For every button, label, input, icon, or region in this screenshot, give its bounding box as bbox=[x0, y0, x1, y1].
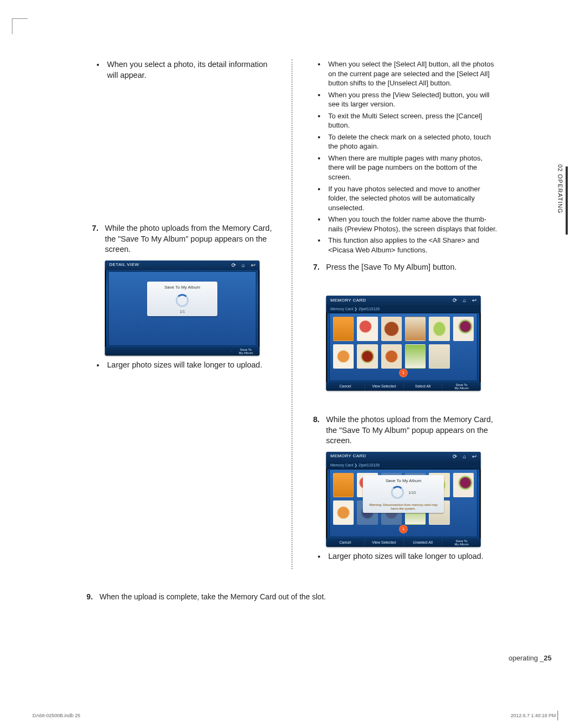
thumb-grid bbox=[333, 317, 474, 369]
print-footer-right: 2012.6.7 1:40:18 PM bbox=[510, 713, 556, 718]
photo-thumb bbox=[405, 317, 426, 341]
device-breadcrumb: Memory Card ❯ Zipel110128 bbox=[326, 305, 481, 313]
left-step7: 7. While the photo uploads from the Memo… bbox=[87, 223, 276, 255]
device-title: MEMORY CARD bbox=[330, 453, 366, 459]
select-all-button: Select All bbox=[404, 383, 443, 390]
footer-page-label: operating _25 bbox=[508, 654, 552, 662]
device-title-icons: ⟳ ⌂ ↩ bbox=[453, 453, 476, 460]
save-to-album-button: Save To My Album bbox=[442, 538, 481, 547]
device-body: Save To My Album 1/10 Warning: Disconnec… bbox=[329, 469, 477, 537]
left-bullets-2: Larger photo sizes will take longer to u… bbox=[87, 360, 276, 371]
crop-mark bbox=[12, 18, 28, 34]
cancel-button: Cancel bbox=[326, 383, 365, 390]
footer-label: operating _ bbox=[508, 654, 543, 662]
right-step7: 7. Press the [Save To My Album] button. bbox=[308, 262, 497, 273]
unselect-all-button: Unselect All bbox=[404, 539, 443, 546]
section-side-bar bbox=[566, 166, 568, 235]
step-text: While the photo uploads from the Memory … bbox=[105, 223, 276, 255]
save-popup: Save To My Album 1/10 Warning: Disconnec… bbox=[363, 475, 444, 513]
save-l2: My Album bbox=[232, 351, 260, 355]
column-divider bbox=[291, 59, 293, 569]
device-bottombar: Cancel View Selected Unselect All Save T… bbox=[326, 538, 481, 547]
popup-warning: Warning: Disconnection from memory card … bbox=[363, 503, 444, 510]
folder-thumb bbox=[333, 473, 354, 497]
list-item: 8. While the photos upload from the Memo… bbox=[308, 415, 497, 446]
bullet-item: To exit the Multi Select screen, press t… bbox=[326, 111, 497, 130]
save-to-album-button: Save To My Album bbox=[232, 347, 260, 356]
page-badge: 1 bbox=[399, 369, 408, 377]
save-to-album-button: Save To My Album bbox=[442, 382, 481, 391]
step-text: While the photos upload from the Memory … bbox=[326, 415, 497, 446]
save-l2: My Album bbox=[442, 386, 481, 390]
content-columns: When you select a photo, its detail info… bbox=[87, 59, 497, 569]
device-screenshot-memory-popup: MEMORY CARD ⟳ ⌂ ↩ Memory Card ❯ Zipel110… bbox=[326, 452, 481, 547]
spinner-icon bbox=[176, 294, 189, 307]
print-tick bbox=[558, 711, 558, 720]
device-titlebar: MEMORY CARD ⟳ ⌂ ↩ bbox=[326, 296, 481, 305]
device-title-icons: ⟳ ⌂ ↩ bbox=[453, 297, 476, 304]
bullet-item: If you have photos selected and move to … bbox=[326, 184, 497, 213]
photo-thumb bbox=[453, 317, 474, 341]
bullet-item: When you touch the folder name above the… bbox=[326, 215, 497, 233]
spinner-icon bbox=[391, 486, 404, 499]
left-bullets-1: When you select a photo, its detail info… bbox=[87, 59, 276, 81]
page-number: 25 bbox=[544, 654, 552, 662]
back-icon: ↩ bbox=[251, 262, 256, 269]
spacer bbox=[308, 278, 497, 291]
step-number: 7. bbox=[313, 262, 326, 273]
manual-page: 02 OPERATING When you select a photo, it… bbox=[0, 0, 584, 728]
spacer bbox=[87, 88, 276, 223]
right-bullets-top: When you select the [Select All] button,… bbox=[308, 59, 497, 255]
save-l2: My Album bbox=[442, 543, 481, 546]
left-column: When you select a photo, its detail info… bbox=[87, 59, 276, 569]
section-side-label: 02 OPERATING bbox=[557, 164, 563, 213]
right-column: When you select the [Select All] button,… bbox=[308, 59, 497, 569]
device-body: 1 bbox=[329, 313, 477, 381]
bullet-item: When you press the [View Selected] butto… bbox=[326, 90, 497, 109]
device-title: DETAIL VIEW bbox=[109, 262, 139, 268]
bullet-item: When you select the [Select All] button,… bbox=[326, 59, 497, 88]
view-selected-button: View Selected bbox=[365, 383, 404, 390]
print-footer-left: DA68-02500B.indb 25 bbox=[32, 713, 81, 718]
step-number: 9. bbox=[87, 592, 99, 601]
device-titlebar: DETAIL VIEW ⟳ ⌂ ↩ bbox=[105, 261, 260, 270]
step-text: When the upload is complete, take the Me… bbox=[99, 592, 326, 601]
photo-thumb bbox=[333, 500, 354, 525]
step-number: 8. bbox=[313, 415, 326, 446]
refresh-icon: ⟳ bbox=[453, 297, 457, 304]
bullet-item: This function also applies to the <All S… bbox=[326, 236, 497, 255]
page-badge: 1 bbox=[399, 525, 408, 533]
device-bottombar: Save To My Album bbox=[105, 347, 260, 356]
back-icon: ↩ bbox=[472, 297, 477, 304]
bullet-item: When you select a photo, its detail info… bbox=[105, 59, 276, 81]
bullet-item: Larger photo sizes will take longer to u… bbox=[105, 360, 276, 371]
save-popup: Save To My Album 1/1 bbox=[147, 282, 217, 316]
photo-thumb bbox=[429, 344, 449, 369]
bullet-item: To delete the check mark on a selected p… bbox=[326, 132, 497, 151]
folder-thumb bbox=[333, 317, 354, 341]
popup-progress: 1/10 bbox=[408, 490, 416, 495]
device-title-icons: ⟳ ⌂ ↩ bbox=[231, 262, 255, 269]
step-number: 7. bbox=[92, 223, 105, 255]
photo-thumb bbox=[357, 317, 377, 341]
cancel-button: Cancel bbox=[326, 539, 365, 546]
popup-title: Save To My Album bbox=[363, 478, 444, 484]
step-text: Press the [Save To My Album] button. bbox=[326, 262, 497, 273]
device-title: MEMORY CARD bbox=[330, 298, 366, 304]
back-icon: ↩ bbox=[472, 453, 477, 460]
photo-thumb bbox=[357, 344, 377, 369]
popup-progress: 1/1 bbox=[147, 309, 217, 314]
right-bullets-end: Larger photo sizes will take longer to u… bbox=[308, 551, 497, 562]
view-selected-button: View Selected bbox=[365, 539, 404, 546]
photo-thumb bbox=[429, 317, 449, 341]
photo-thumb bbox=[453, 473, 474, 497]
step-9-row: 9. When the upload is complete, take the… bbox=[87, 592, 497, 601]
bottombar-spacer bbox=[105, 350, 232, 352]
spacer bbox=[308, 395, 497, 415]
list-item: 7. Press the [Save To My Album] button. bbox=[308, 262, 497, 273]
bullet-item: Larger photo sizes will take longer to u… bbox=[326, 551, 497, 562]
device-screenshot-memory-grid: MEMORY CARD ⟳ ⌂ ↩ Memory Card ❯ Zipel110… bbox=[326, 296, 481, 391]
popup-title: Save To My Album bbox=[147, 285, 217, 291]
home-icon: ⌂ bbox=[242, 262, 245, 269]
device-bottombar: Cancel View Selected Select All Save To … bbox=[326, 382, 481, 391]
